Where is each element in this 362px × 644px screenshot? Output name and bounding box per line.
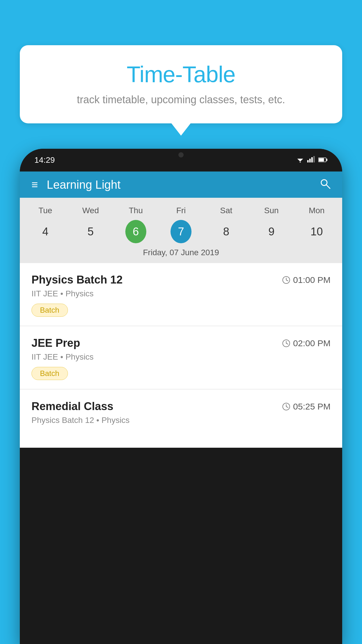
svg-rect-4: [311, 157, 313, 162]
svg-rect-8: [326, 159, 327, 161]
phone-notch: [164, 149, 198, 161]
day-numbers: 4 5 6 7 8 9 10: [20, 220, 342, 243]
schedule-item-1-tag: Batch: [31, 304, 68, 317]
svg-line-10: [326, 185, 330, 188]
wifi-icon: [296, 156, 304, 165]
svg-rect-2: [307, 160, 309, 162]
schedule-item-3-subtitle: Physics Batch 12 • Physics: [31, 416, 331, 425]
schedule-item-3-header: Remedial Class 05:25 PM: [31, 400, 331, 413]
schedule-item-3-title: Remedial Class: [31, 400, 113, 413]
schedule-item-2-tag: Batch: [31, 367, 68, 380]
schedule-item-2[interactable]: JEE Prep 02:00 PM IIT JEE • Physics Batc…: [20, 326, 342, 389]
day-sun: Sun: [249, 204, 294, 218]
status-icons: [296, 156, 328, 165]
schedule-item-2-subtitle: IIT JEE • Physics: [31, 352, 331, 362]
schedule-item-3[interactable]: Remedial Class 05:25 PM Physics Batch 12…: [20, 390, 342, 448]
day-thu: Thu: [113, 204, 158, 218]
schedule-item-1-subtitle: IIT JEE • Physics: [31, 289, 331, 298]
day-fri: Fri: [158, 204, 203, 218]
day-headers: Tue Wed Thu Fri Sat Sun Mon: [20, 204, 342, 218]
date-7-selected[interactable]: 7: [171, 220, 191, 243]
selected-date-label: Friday, 07 June 2019: [20, 243, 342, 263]
bubble-title: Time-Table: [37, 61, 325, 88]
day-mon: Mon: [294, 204, 339, 218]
date-6-today[interactable]: 6: [125, 220, 146, 243]
schedule-item-2-time: 02:00 PM: [282, 338, 331, 348]
schedule-item-2-title: JEE Prep: [31, 337, 80, 349]
svg-line-13: [286, 280, 288, 281]
date-5[interactable]: 5: [80, 220, 101, 243]
svg-marker-0: [297, 159, 303, 162]
schedule-item-3-time: 05:25 PM: [282, 402, 331, 412]
date-8[interactable]: 8: [216, 220, 237, 243]
search-icon[interactable]: [319, 178, 331, 192]
status-time: 14:29: [34, 155, 55, 165]
schedule-item-1-header: Physics Batch 12 01:00 PM: [31, 274, 331, 286]
menu-icon[interactable]: ≡: [31, 178, 38, 191]
app-header: ≡ Learning Light: [20, 172, 342, 198]
calendar-strip: Tue Wed Thu Fri Sat Sun Mon 4 5 6 7 8 9 …: [20, 198, 342, 263]
schedule-item-2-header: JEE Prep 02:00 PM: [31, 337, 331, 349]
battery-icon: [318, 156, 328, 164]
date-10[interactable]: 10: [306, 220, 327, 243]
signal-icon: [307, 156, 315, 164]
svg-rect-5: [313, 156, 315, 162]
day-sat: Sat: [204, 204, 249, 218]
bubble-subtitle: track timetable, upcoming classes, tests…: [37, 94, 325, 106]
svg-line-16: [286, 343, 288, 344]
status-bar: 14:29: [20, 149, 342, 172]
day-wed: Wed: [68, 204, 113, 218]
svg-rect-3: [309, 159, 311, 162]
phone-device: 14:29: [20, 149, 342, 644]
app-title: Learning Light: [47, 178, 311, 191]
svg-line-19: [286, 407, 288, 407]
svg-rect-7: [319, 158, 324, 162]
schedule-list: Physics Batch 12 01:00 PM IIT JEE • Phys…: [20, 263, 342, 448]
date-4[interactable]: 4: [35, 220, 56, 243]
schedule-item-1-title: Physics Batch 12: [31, 274, 123, 286]
speech-bubble: Time-Table track timetable, upcoming cla…: [20, 45, 342, 123]
schedule-item-1-time: 01:00 PM: [282, 275, 331, 285]
date-9[interactable]: 9: [261, 220, 282, 243]
schedule-item-1[interactable]: Physics Batch 12 01:00 PM IIT JEE • Phys…: [20, 263, 342, 326]
svg-marker-1: [299, 162, 301, 163]
day-tue: Tue: [23, 204, 68, 218]
camera: [178, 152, 184, 158]
